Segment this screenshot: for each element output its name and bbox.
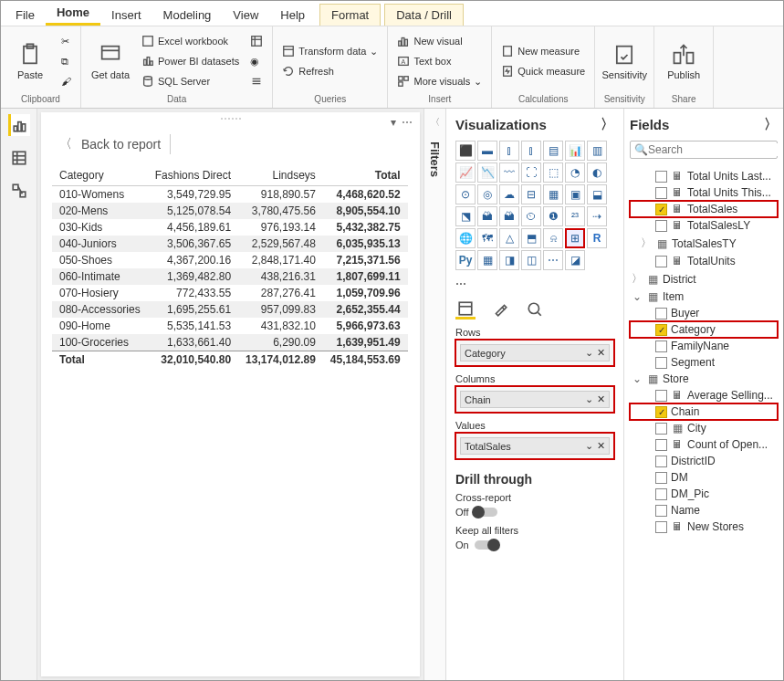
table-row[interactable]: 020-Mens5,125,078.543,780,475.568,905,55… bbox=[52, 203, 408, 219]
cut-button[interactable]: ✂ bbox=[57, 32, 75, 50]
viz-type-30[interactable]: △ bbox=[499, 228, 519, 248]
copy-button[interactable]: ⧉ bbox=[57, 52, 75, 70]
viz-type-ext-1[interactable]: Py bbox=[455, 250, 476, 270]
field-category[interactable]: Category bbox=[630, 321, 778, 338]
viz-type-25[interactable]: ❶ bbox=[543, 206, 563, 226]
getdata-button[interactable]: Get data bbox=[87, 30, 134, 92]
field-totalsalesly[interactable]: 🖩TotalSalesLY bbox=[630, 217, 778, 234]
formatpainter-button[interactable]: 🖌 bbox=[57, 72, 75, 90]
viz-type-22[interactable]: 🏔 bbox=[477, 206, 497, 226]
viz-type-ext-6[interactable]: ◪ bbox=[565, 250, 585, 270]
viz-type-9[interactable]: 〰 bbox=[499, 162, 519, 183]
sqlserver-button[interactable]: SQL Server bbox=[138, 72, 243, 90]
viz-type-17[interactable]: ⊟ bbox=[521, 184, 541, 204]
rows-well[interactable]: Category⌄✕ bbox=[455, 340, 614, 366]
field-newstores[interactable]: 🖩New Stores bbox=[630, 519, 778, 535]
visual-more-icon[interactable]: ⋯ bbox=[402, 116, 413, 129]
viz-type-32[interactable]: ⍾ bbox=[543, 228, 563, 248]
viz-type-14[interactable]: ⊙ bbox=[455, 184, 476, 204]
analytics-well-tab[interactable] bbox=[525, 299, 545, 320]
col-fd[interactable]: Fashions Direct bbox=[148, 165, 238, 186]
remove-icon[interactable]: ✕ bbox=[597, 440, 605, 451]
report-view-button[interactable] bbox=[8, 114, 30, 136]
col-lindseys[interactable]: Lindseys bbox=[238, 165, 323, 186]
table-row[interactable]: 090-Home5,535,141.53431,832.105,966,973.… bbox=[52, 318, 408, 334]
keepfilters-toggle[interactable] bbox=[475, 540, 498, 550]
publish-button[interactable]: Publish bbox=[660, 30, 707, 92]
viz-type-29[interactable]: 🗺 bbox=[477, 228, 497, 248]
chevron-right-icon[interactable]: 〉 bbox=[601, 116, 614, 133]
remove-icon[interactable]: ✕ bbox=[597, 347, 605, 358]
field-buyer[interactable]: Buyer bbox=[630, 305, 778, 321]
format-well-tab[interactable] bbox=[490, 299, 510, 320]
tab-datadrill[interactable]: Data / Drill bbox=[384, 4, 464, 26]
viz-type-18[interactable]: ▦ bbox=[543, 184, 563, 204]
field-totalunitslast[interactable]: 🖩Total Units Last... bbox=[630, 168, 778, 184]
field-dmpic[interactable]: DM_Pic bbox=[630, 486, 778, 502]
refresh-button[interactable]: Refresh bbox=[278, 62, 382, 80]
viz-type-28[interactable]: 🌐 bbox=[455, 228, 476, 248]
viz-type-12[interactable]: ◔ bbox=[565, 162, 585, 183]
table-row[interactable]: 030-Kids4,456,189.61976,193.145,432,382.… bbox=[52, 219, 408, 236]
quickmeasure-button[interactable]: Quick measure bbox=[497, 62, 589, 80]
rows-field-pill[interactable]: Category⌄✕ bbox=[460, 344, 610, 361]
search-input[interactable] bbox=[648, 143, 783, 156]
chevron-left-icon[interactable]: 〈 bbox=[431, 116, 440, 129]
field-chain[interactable]: Chain bbox=[630, 403, 778, 420]
chevron-right-icon[interactable]: 〉 bbox=[764, 116, 778, 133]
table-row[interactable]: 040-Juniors3,506,367.652,529,567.486,035… bbox=[52, 236, 408, 252]
viz-type-15[interactable]: ◎ bbox=[477, 184, 497, 204]
field-familyname[interactable]: FamilyNane bbox=[630, 338, 778, 354]
field-name[interactable]: Name bbox=[630, 502, 778, 519]
field-totalunitsthis[interactable]: 🖩Total Units This... bbox=[630, 184, 778, 201]
remove-icon[interactable]: ✕ bbox=[597, 393, 605, 404]
viz-type-27[interactable]: ⇢ bbox=[587, 206, 607, 226]
columns-field-pill[interactable]: Chain⌄✕ bbox=[460, 391, 610, 408]
col-category[interactable]: Category bbox=[52, 165, 148, 186]
viz-type-26[interactable]: ²³ bbox=[565, 206, 585, 226]
textbox-button[interactable]: AText box bbox=[393, 52, 486, 70]
viz-type-33[interactable]: ⊞ bbox=[565, 228, 585, 248]
tab-file[interactable]: File bbox=[5, 5, 46, 26]
table-row[interactable]: 070-Hosiery772,433.55287,276.411,059,709… bbox=[52, 285, 408, 301]
paste-button[interactable]: Paste bbox=[6, 30, 54, 92]
crossreport-toggle[interactable] bbox=[474, 508, 497, 517]
tab-home[interactable]: Home bbox=[46, 2, 100, 26]
enterdata-button[interactable] bbox=[246, 32, 267, 50]
table-item[interactable]: ⌄▦Item bbox=[630, 288, 778, 305]
viz-type-16[interactable]: ☁ bbox=[499, 184, 519, 204]
viz-type-5[interactable]: 📊 bbox=[565, 141, 585, 161]
viz-type-11[interactable]: ⬚ bbox=[543, 162, 563, 183]
excel-button[interactable]: Excel workbook bbox=[138, 32, 243, 50]
columns-well[interactable]: Chain⌄✕ bbox=[455, 386, 614, 413]
tab-view[interactable]: View bbox=[222, 5, 269, 26]
viz-type-23[interactable]: 🏔 bbox=[499, 206, 519, 226]
table-store[interactable]: ⌄▦Store bbox=[630, 371, 778, 387]
field-city[interactable]: ▦City bbox=[630, 420, 778, 436]
values-well[interactable]: TotalSales⌄✕ bbox=[455, 433, 614, 459]
field-totalunits[interactable]: 🖩TotalUnits bbox=[630, 253, 778, 269]
viz-type-6[interactable]: ▥ bbox=[587, 141, 607, 161]
field-totalsalesty[interactable]: 〉▦TotalSalesTY bbox=[630, 234, 778, 253]
transformdata-button[interactable]: Transform data ⌄ bbox=[278, 42, 382, 60]
table-row[interactable]: 080-Accessories1,695,255.61957,099.832,6… bbox=[52, 301, 408, 318]
col-total[interactable]: Total bbox=[323, 165, 408, 186]
matrix-visual[interactable]: ⋯⋯ ▾ ⋯ 〈 Back to report Category Fashion… bbox=[41, 112, 420, 676]
viz-type-2[interactable]: ⫿ bbox=[499, 141, 519, 161]
visual-filter-icon[interactable]: ▾ bbox=[391, 116, 396, 129]
pbidatasets-button[interactable]: Power BI datasets bbox=[138, 52, 243, 70]
newmeasure-button[interactable]: New measure bbox=[497, 42, 589, 60]
viz-type-7[interactable]: 📈 bbox=[455, 162, 476, 183]
visual-grip[interactable]: ⋯⋯ bbox=[41, 112, 420, 123]
table-row[interactable]: 100-Groceries1,633,661.406,290.091,639,9… bbox=[52, 334, 408, 351]
fields-search[interactable]: 🔍 bbox=[630, 141, 778, 159]
table-row[interactable]: 050-Shoes4,367,200.162,848,171.407,215,3… bbox=[52, 252, 408, 268]
viz-type-13[interactable]: ◐ bbox=[587, 162, 607, 183]
filters-pane-collapsed[interactable]: 〈 Filters bbox=[423, 109, 445, 680]
tab-insert[interactable]: Insert bbox=[100, 5, 152, 26]
field-countopen[interactable]: 🖩Count of Open... bbox=[630, 436, 778, 453]
viz-type-4[interactable]: ▤ bbox=[543, 141, 563, 161]
field-districtid[interactable]: DistrictID bbox=[630, 453, 778, 469]
field-dm[interactable]: DM bbox=[630, 469, 778, 486]
table-row[interactable]: 010-Womens3,549,729.95918,890.574,468,62… bbox=[52, 186, 408, 204]
